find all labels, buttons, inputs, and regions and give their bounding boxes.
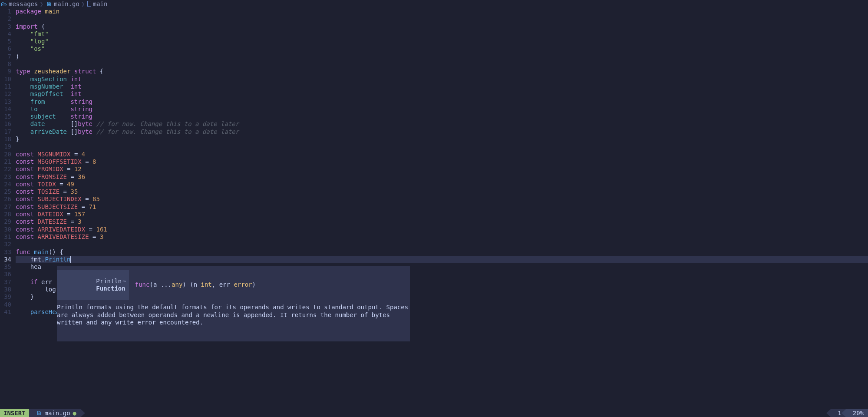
status-file-section: 🗎 main.go ● [29, 409, 81, 417]
completion-item-name: Println [96, 278, 122, 285]
code-line[interactable] [16, 241, 868, 248]
code-line[interactable]: func main() { [16, 248, 868, 256]
line-number: 41 [0, 308, 11, 316]
line-number: 16 [0, 120, 11, 128]
line-number: 29 [0, 218, 11, 225]
chevron-right-icon: ❯ [81, 0, 85, 7]
code-line[interactable]: const FROMSIZE = 36 [16, 173, 868, 181]
completion-signature: func(a ...any) (n int, err error) [135, 281, 256, 288]
completion-item-selected[interactable]: Println~ Function [57, 270, 129, 300]
line-number: 36 [0, 271, 11, 278]
code-line[interactable] [16, 60, 868, 68]
code-line[interactable]: import ( [16, 23, 868, 30]
mode-indicator: INSERT [0, 409, 29, 417]
line-number: 40 [0, 301, 11, 308]
code-line[interactable]: const ARRIVEDATESIZE = 3 [16, 233, 868, 241]
tabline: 🗁 messages ❯ 🗎 main.go ❯ ⎕ main [0, 0, 868, 8]
modified-icon: ● [73, 410, 76, 417]
line-number: 1 [0, 8, 11, 15]
line-number: 21 [0, 158, 11, 165]
go-file-icon: 🗎 [46, 0, 52, 7]
line-number: 2 [0, 15, 11, 23]
code-line[interactable]: const ARRIVEDATEIDX = 161 [16, 226, 868, 233]
code-editor[interactable]: 1234567891011121314151617181920212223242… [0, 8, 868, 409]
line-number: 24 [0, 181, 11, 188]
code-line[interactable]: fmt.Println [16, 256, 868, 263]
line-number-gutter: 1234567891011121314151617181920212223242… [0, 8, 13, 316]
code-line[interactable] [16, 15, 868, 23]
code-line[interactable]: to string [16, 106, 868, 113]
code-line[interactable] [16, 143, 868, 150]
code-line[interactable]: const SUBJECTINDEX = 85 [16, 195, 868, 203]
line-number: 6 [0, 45, 11, 53]
code-line[interactable]: const DATEIDX = 157 [16, 211, 868, 218]
completion-doc: Println formats using the default format… [57, 304, 410, 326]
line-number: 39 [0, 293, 11, 301]
breadcrumb-file[interactable]: main.go [54, 0, 79, 7]
line-number: 12 [0, 90, 11, 98]
line-number: 30 [0, 226, 11, 233]
code-line[interactable]: const SUBJECTSIZE = 71 [16, 203, 868, 211]
line-number: 11 [0, 83, 11, 90]
chevron-right-icon: ❯ [40, 0, 43, 7]
code-line[interactable]: subject string [16, 113, 868, 120]
completion-kind-marker: ~ [122, 278, 126, 285]
code-line[interactable]: "os" [16, 45, 868, 53]
code-line[interactable]: "fmt" [16, 30, 868, 38]
code-line[interactable]: const FROMIDX = 12 [16, 165, 868, 173]
statusline: INSERT 🗎 main.go ● 1 20% [0, 409, 868, 417]
code-line[interactable]: const MSGNUMIDX = 4 [16, 151, 868, 158]
code-line[interactable]: msgSection int [16, 76, 868, 83]
code-line[interactable]: const DATESIZE = 3 [16, 218, 868, 225]
line-number: 18 [0, 136, 11, 143]
line-number: 33 [0, 248, 11, 256]
line-number: 3 [0, 23, 11, 30]
code-line[interactable]: const MSGOFFSETIDX = 8 [16, 158, 868, 165]
line-number: 32 [0, 241, 11, 248]
line-number: 38 [0, 286, 11, 293]
line-number: 26 [0, 195, 11, 203]
editor-window: 🗁 messages ❯ 🗎 main.go ❯ ⎕ main 12345678… [0, 0, 868, 417]
code-line[interactable]: from string [16, 98, 868, 106]
line-number: 27 [0, 203, 11, 211]
code-line[interactable]: "log" [16, 38, 868, 45]
code-line[interactable]: } [16, 136, 868, 143]
line-number: 14 [0, 106, 11, 113]
line-number: 22 [0, 165, 11, 173]
code-line[interactable]: ) [16, 53, 868, 60]
line-number: 20 [0, 151, 11, 158]
line-number: 10 [0, 76, 11, 83]
code-line[interactable]: type zeusheader struct { [16, 68, 868, 75]
line-number: 5 [0, 38, 11, 45]
breadcrumb-folder[interactable]: messages [9, 0, 38, 7]
line-number: 19 [0, 143, 11, 150]
completion-kind: Function [96, 285, 125, 292]
code-line[interactable]: date []byte // for now. Change this to a… [16, 120, 868, 128]
line-number: 37 [0, 278, 11, 286]
code-line[interactable]: package main [16, 8, 868, 15]
code-line[interactable]: arriveDate []byte // for now. Change thi… [16, 128, 868, 136]
completion-popup[interactable]: Println~ Function func(a ...any) (n int,… [57, 266, 410, 341]
line-number: 31 [0, 233, 11, 241]
code-line[interactable]: msgNumber int [16, 83, 868, 90]
code-line[interactable]: const TOIDX = 49 [16, 181, 868, 188]
breadcrumb-symbol[interactable]: main [93, 0, 108, 7]
line-number: 28 [0, 211, 11, 218]
status-percent: 20% [846, 409, 868, 417]
code-line[interactable]: msgOffset int [16, 90, 868, 98]
line-number: 8 [0, 60, 11, 68]
line-number: 25 [0, 188, 11, 195]
symbol-icon: ⎕ [87, 0, 91, 7]
line-number: 13 [0, 98, 11, 106]
line-number: 9 [0, 68, 11, 75]
code-line[interactable]: const TOSIZE = 35 [16, 188, 868, 195]
status-filename: main.go [45, 410, 70, 417]
line-number: 34 [0, 256, 11, 263]
line-number: 4 [0, 30, 11, 38]
line-number: 23 [0, 173, 11, 181]
line-number: 15 [0, 113, 11, 120]
line-number: 7 [0, 53, 11, 60]
line-number: 17 [0, 128, 11, 136]
line-number: 35 [0, 263, 11, 271]
folder-icon: 🗁 [1, 0, 7, 7]
